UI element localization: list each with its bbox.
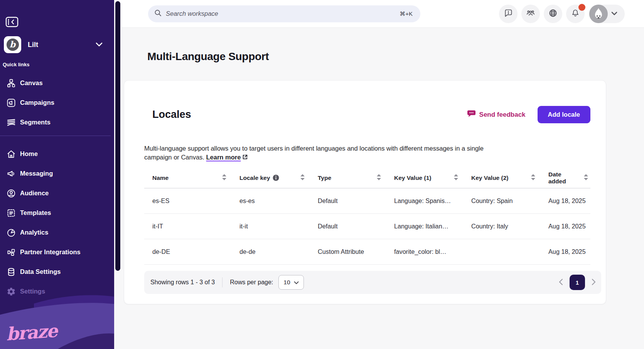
chevron-left-icon [559,279,563,287]
sidebar-item-label: Segments [20,119,51,126]
rows-per-page-label: Rows per page: [230,279,273,286]
templates-icon [7,208,16,218]
account-menu-button[interactable] [589,5,625,23]
chevron-down-icon [611,11,617,17]
description-text: Multi-language support allows you to tar… [144,145,484,161]
locales-table: Name Locale key Type Key Value (1) [144,168,590,265]
cell-type: Default [318,223,394,230]
cell-locale-key: es-es [239,197,318,205]
table-footer: Showing rows 1 - 3 of 3 Rows per page: 1… [144,271,601,294]
partner-integrations-icon [7,248,16,257]
sidebar-item-templates[interactable]: Templates [0,203,114,223]
sidebar-item-label: Campaigns [20,99,54,106]
segments-icon [7,118,16,127]
learn-more-link[interactable]: Learn more [206,154,248,161]
send-feedback-button[interactable]: Send feedback [467,109,526,120]
people-group-icon [526,8,535,19]
sidebar-item-canvas[interactable]: Canvas [0,73,114,93]
chat-bubble-icon [467,109,476,120]
locales-description: Multi-language support allows you to tar… [144,144,507,162]
next-page-button[interactable] [592,279,596,287]
learn-more-label: Learn more [206,154,241,161]
notifications-button[interactable] [566,5,585,23]
column-label: Date added [548,171,573,185]
column-label: Key Value (2) [471,174,509,181]
sort-icon [454,174,458,182]
column-label: Key Value (1) [394,174,432,181]
content: Multi-Language Support Locales Send feed… [114,28,644,304]
sidebar-item-label: Analytics [20,229,48,236]
cell-name: it-IT [144,223,239,230]
audience-icon [7,189,16,198]
sort-icon [531,174,535,182]
sidebar-item-label: Canvas [20,79,43,87]
sidebar-scrollbar-thumb[interactable] [115,1,120,271]
analytics-icon [7,228,16,237]
search-input[interactable]: Search workspace ⌘+K [148,5,420,22]
sort-icon [300,174,305,182]
main-area: Search workspace ⌘+K [114,0,644,349]
sidebar-item-messaging[interactable]: Messaging [0,164,114,183]
table-row: it-IT it-it Default Language: Italian… C… [144,214,590,239]
cell-name: de-DE [144,248,239,255]
send-feedback-label: Send feedback [479,111,526,119]
info-icon[interactable] [273,174,279,181]
rows-per-page-select[interactable]: 10 [278,275,303,290]
search-placeholder: Search workspace [166,10,218,17]
showing-rows-text: Showing rows 1 - 3 of 3 [150,279,215,286]
cell-name: es-ES [144,197,239,205]
collapse-sidebar-icon [5,23,19,29]
sidebar-item-audience[interactable]: Audience [0,183,114,203]
column-header-key-value-1[interactable]: Key Value (1) [394,174,471,181]
table-header-row: Name Locale key Type Key Value (1) [144,168,590,188]
sidebar-item-label: Data Settings [20,268,61,275]
quick-links-nav: Canvas Campaigns Segments [0,73,114,132]
sidebar-item-segments[interactable]: Segments [0,112,114,132]
table-row: de-DE de-de Custom Attribute favorite_co… [144,239,590,265]
braze-workspace-logo: b [4,36,21,53]
avatar [589,5,608,23]
sidebar-item-label: Messaging [20,170,53,177]
workspace-switcher[interactable]: b Lilt [4,36,110,54]
column-header-name[interactable]: Name [144,174,239,181]
alert-bubble-icon [504,8,513,19]
sidebar-item-home[interactable]: Home [0,144,114,164]
column-header-key-value-2[interactable]: Key Value (2) [471,174,548,181]
add-locale-button[interactable]: Add locale [538,106,590,123]
column-header-type[interactable]: Type [318,174,394,181]
cell-key-value-1: Language: Spanis… [394,197,471,205]
page-title: Multi-Language Support [147,50,644,63]
feedback-bubble-button[interactable] [499,5,518,23]
rows-per-page-value: 10 [283,279,290,286]
sidebar-item-label: Templates [20,209,51,216]
page-number-button[interactable]: 1 [570,275,585,290]
sidebar-item-partner-integrations[interactable]: Partner Integrations [0,242,114,262]
home-icon [7,149,16,159]
locale-globe-button[interactable] [544,5,562,23]
sidebar-item-analytics[interactable]: Analytics [0,223,114,242]
community-button[interactable] [521,5,540,23]
column-header-date-added[interactable]: Date added [548,171,590,185]
table-row: es-ES es-es Default Language: Spanis… Co… [144,188,590,214]
column-header-locale-key[interactable]: Locale key [239,174,318,181]
sidebar-item-label: Audience [20,190,49,197]
cell-locale-key: de-de [239,248,318,255]
locales-card: Locales Send feedback Add locale Multi-l… [124,80,606,304]
cell-locale-key: it-it [239,223,318,230]
external-link-icon [242,154,248,161]
pagination: 1 [559,275,596,290]
workspace-name: Lilt [28,41,38,49]
canvas-icon [7,79,16,88]
previous-page-button[interactable] [559,279,563,287]
globe-icon [548,8,558,19]
collapse-sidebar-button[interactable] [5,16,19,28]
bell-icon [571,8,580,19]
cell-date-added: Aug 18, 2025 [548,223,590,230]
cell-key-value-1: Language: Italian… [394,223,471,230]
column-label: Locale key [239,174,270,181]
sidebar-item-label: Partner Integrations [20,248,81,256]
cell-key-value-2: Country: Spain [471,197,548,205]
sidebar-item-campaigns[interactable]: Campaigns [0,93,114,112]
footer-divider [222,277,223,287]
notification-badge [578,4,585,11]
